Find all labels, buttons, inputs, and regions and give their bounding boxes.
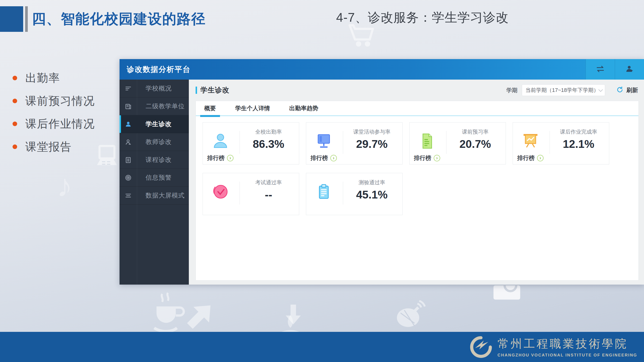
institute-logo: 常州工程職業技術學院 CHANGZHOU VOCATIONAL INSTITUT…	[469, 335, 637, 359]
ranking-link[interactable]: 排行榜 ›	[207, 154, 234, 162]
stat-card-homework-rate: 课后作业完成率 12.1% 排行榜 ›	[513, 122, 609, 165]
satellite-dish-watermark-icon	[394, 299, 427, 332]
bullet-icon	[12, 122, 17, 126]
chevron-right-icon: ›	[330, 155, 337, 161]
sidebar-item-label: 课程诊改	[146, 156, 172, 164]
tab-student-detail[interactable]: 学生个人详情	[231, 101, 274, 116]
check-circle-icon	[212, 183, 230, 201]
sidebar-item-student-diagnosis[interactable]: 学生诊改	[120, 115, 189, 133]
music-note-watermark-icon: ♪	[57, 168, 72, 204]
card-value: 86.3%	[242, 138, 296, 151]
bullet-icon	[12, 145, 17, 149]
sidebar-item-label: 学校概况	[146, 84, 172, 93]
swap-arrows-icon	[596, 65, 605, 74]
sidebar: 学校概况 二级教学单位 学生诊改 教师诊改 课程诊改	[120, 80, 189, 285]
sidebar-item-label: 学生诊改	[146, 120, 172, 128]
list-item: 课堂报告	[12, 135, 95, 158]
stat-card-preview-rate: 课前预习率 20.7% 排行榜 ›	[409, 122, 506, 165]
list-item: 课前预习情况	[12, 89, 95, 112]
card-value: 20.7%	[448, 138, 502, 151]
stat-card-attendance: 全校出勤率 86.3% 排行榜 ›	[202, 122, 299, 165]
semester-label: 学期	[506, 87, 518, 94]
stat-cards: 全校出勤率 86.3% 排行榜 › 课堂活	[196, 116, 638, 230]
card-label: 课后作业完成率	[552, 128, 606, 136]
bullet-text: 课前预习情况	[25, 94, 95, 109]
list-lines-icon	[120, 85, 137, 92]
bullet-text: 出勤率	[25, 71, 60, 86]
card-divider	[240, 181, 240, 204]
bullet-list: 出勤率 课前预习情况 课后作业情况 课堂报告	[12, 67, 95, 158]
topbar-actions	[586, 59, 644, 80]
slide: ♪ 四、智能化校园建设的路径 4-7、诊改服务：学生学习诊改 出勤率 课前预习情…	[0, 0, 644, 362]
sidebar-item-school-overview[interactable]: 学校概况	[120, 80, 189, 97]
stat-card-exam-pass: 考试通过率 --	[202, 173, 299, 215]
sidebar-item-teaching-units[interactable]: 二级教学单位	[120, 97, 189, 115]
card-divider	[446, 131, 446, 154]
card-value: --	[242, 188, 296, 201]
tab-bar: 概要 学生个人详情 出勤率趋势	[196, 101, 638, 116]
sidebar-item-teacher-diagnosis[interactable]: 教师诊改	[120, 133, 189, 151]
screen-lines-icon	[120, 192, 137, 199]
user-logout-icon	[626, 65, 634, 74]
chevron-right-icon: ›	[434, 155, 440, 161]
teacher-icon	[120, 138, 137, 146]
content-panel: 概要 学生个人详情 出勤率趋势 全校出勤率 86.3%	[196, 101, 639, 280]
institute-name-cn: 常州工程職業技術學院	[498, 336, 637, 351]
ranking-label: 排行榜	[310, 154, 328, 162]
presentation-chart-icon	[522, 132, 540, 150]
dashboard-screenshot: 诊改数据分析平台 学校概况	[120, 59, 644, 285]
title-accent-bar	[25, 6, 28, 32]
sidebar-item-label: 二级教学单位	[146, 102, 185, 110]
main-content: 学生诊改 学期 当前学期（17~18学年下学期） 刷新	[189, 80, 644, 285]
org-unit-icon	[120, 103, 137, 110]
computer-watermark-icon	[94, 144, 120, 170]
card-label: 全校出勤率	[242, 128, 296, 136]
user-account-button[interactable]	[615, 59, 644, 80]
card-divider	[240, 131, 240, 154]
sidebar-item-course-diagnosis[interactable]: 课程诊改	[120, 151, 189, 169]
chevron-down-icon	[598, 87, 603, 92]
bullet-text: 课后作业情况	[25, 117, 95, 131]
ranking-link[interactable]: 排行榜 ›	[310, 154, 337, 162]
title-accent-square	[0, 6, 23, 32]
page-title: 学生诊改	[200, 85, 230, 95]
shopping-cart-watermark-icon	[347, 22, 376, 50]
ranking-link[interactable]: 排行榜 ›	[517, 154, 544, 162]
tab-attendance-trend[interactable]: 出勤率趋势	[285, 101, 322, 116]
student-icon	[120, 121, 137, 128]
stat-card-class-activity: 课堂活动参与率 29.7% 排行榜 ›	[306, 122, 402, 165]
sidebar-item-big-screen-mode[interactable]: 数据大屏模式	[120, 187, 189, 204]
sidebar-item-info-warning[interactable]: 信息预警	[120, 169, 189, 187]
card-label: 测验通过率	[345, 179, 399, 186]
ranking-label: 排行榜	[517, 154, 534, 162]
app-title: 诊改数据分析平台	[127, 59, 190, 80]
clipboard-icon	[315, 183, 333, 201]
swap-arrows-button[interactable]	[586, 59, 615, 80]
stat-card-quiz-pass: 测验通过率 45.1%	[306, 173, 402, 215]
page-title-accent-bar	[196, 87, 197, 94]
chevron-right-icon: ›	[227, 155, 234, 161]
sidebar-item-label: 教师诊改	[146, 138, 172, 146]
tab-overview[interactable]: 概要	[200, 101, 220, 116]
card-label: 课堂活动参与率	[345, 128, 399, 136]
card-divider	[550, 131, 550, 154]
card-label: 考试通过率	[242, 179, 296, 186]
slide-title: 四、智能化校园建设的路径	[32, 10, 206, 28]
institute-logo-icon	[469, 335, 493, 359]
list-item: 出勤率	[12, 67, 95, 89]
refresh-button[interactable]: 刷新	[616, 86, 638, 94]
semester-select[interactable]: 当前学期（17~18学年下学期）	[522, 84, 605, 96]
refresh-label: 刷新	[626, 86, 638, 94]
sidebar-item-label: 数据大屏模式	[146, 191, 185, 200]
card-value: 45.1%	[345, 188, 399, 201]
card-divider	[343, 181, 343, 204]
ranking-label: 排行榜	[414, 154, 431, 162]
ranking-label: 排行榜	[207, 154, 224, 162]
card-divider	[343, 131, 343, 154]
list-item: 课后作业情况	[12, 112, 95, 135]
institute-name-en: CHANGZHOU VOCATIONAL INSTITUTE OF ENGINE…	[498, 353, 637, 358]
document-icon	[418, 132, 436, 150]
card-label: 课前预习率	[448, 128, 502, 136]
course-doc-icon	[120, 156, 137, 164]
ranking-link[interactable]: 排行榜 ›	[414, 154, 440, 162]
